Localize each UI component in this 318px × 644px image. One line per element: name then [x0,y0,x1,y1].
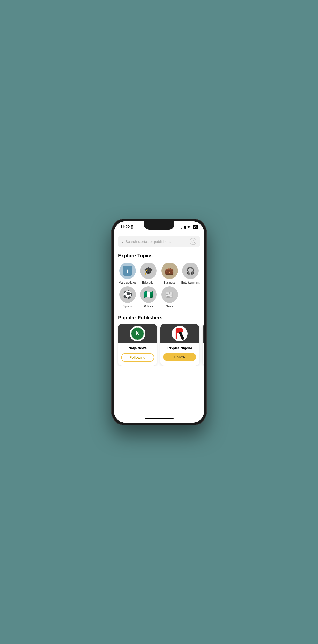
publisher-card-third: K Kem Fo [203,324,204,366]
svg-line-1 [194,242,195,243]
topic-label-business: Business [163,281,175,284]
topic-placeholder [181,286,200,308]
topic-icon-entertainment: 🎧 [182,262,199,279]
topic-item-vyse-updates[interactable]: i Vyse updates [118,262,137,284]
publishers-section: Popular Publishers N [114,314,204,370]
back-button[interactable]: ‹ [121,239,123,244]
publisher-card-header-naija: N [118,324,157,343]
battery-indicator: 79 [193,225,198,229]
wifi-icon [187,226,191,228]
bottom-spacer [114,370,204,415]
topic-icon-sports: ⚽ [119,286,136,303]
topic-item-entertainment[interactable]: 🎧 Entertainment [181,262,200,284]
topic-icon-vyse-updates: i [119,262,136,279]
explore-topics-title: Explore Topics [114,250,204,262]
publisher-card-ripples-nigeria: Ripples Nigeria Follow [160,324,199,366]
topic-item-news[interactable]: 📰 News [160,286,179,308]
status-icons: 79 [181,225,198,229]
topic-item-sports[interactable]: ⚽ Sports [118,286,137,308]
publisher-name-ripples: Ripples Nigeria [167,346,192,350]
topics-row-2: ⚽ Sports 🇳🇬 Politics 📰 [114,286,204,308]
publisher-card-header-ripples [160,324,199,343]
topic-item-education[interactable]: 🎓 Education [139,262,158,284]
publishers-scroll: N Naija News Following [114,324,204,366]
phone-screen: 11:22 {} 79 [114,222,204,422]
topic-icon-news: 📰 [161,286,178,303]
publisher-logo-ripples [172,326,188,342]
explore-topics-section: Explore Topics i Vyse updates [114,250,204,308]
topic-label-politics: Politics [144,305,153,308]
search-icon[interactable] [190,238,197,245]
topic-label-vyse-updates: Vyse updates [119,281,136,284]
publisher-card-body-ripples: Ripples Nigeria Follow [160,343,199,365]
follow-button-ripples[interactable]: Follow [163,353,196,361]
search-bar-container: ‹ Search stories or publishers [114,233,204,250]
topic-label-sports: Sports [123,305,132,308]
publishers-title: Popular Publishers [114,314,204,324]
following-button-naija[interactable]: Following [121,353,154,362]
publisher-card-naija-news: N Naija News Following [118,324,157,366]
publisher-logo-naija-news: N [130,326,145,342]
main-content: ‹ Search stories or publishers Explore T… [114,231,204,415]
phone-frame: 11:22 {} 79 [111,218,207,426]
publisher-card-body-third: Kem Fo [203,343,204,362]
search-input[interactable]: Search stories or publishers [125,240,187,244]
topic-label-news: News [166,305,173,308]
home-bar [145,418,174,420]
publisher-card-header-third: K [203,324,204,343]
notch [144,222,174,230]
topic-icon-education: 🎓 [140,262,157,279]
publisher-card-body-naija: Naija News Following [118,343,157,366]
svg-text:i: i [127,268,128,274]
topic-label-entertainment: Entertainment [181,281,200,284]
publisher-name-naija: Naija News [129,346,146,350]
topic-icon-politics: 🇳🇬 [140,286,157,303]
status-time: 11:22 {} [120,225,133,229]
topic-item-politics[interactable]: 🇳🇬 Politics [139,286,158,308]
topic-item-business[interactable]: 💼 Business [160,262,179,284]
signal-icon [181,226,186,228]
svg-text:N: N [135,330,139,336]
topic-icon-business: 💼 [161,262,178,279]
search-bar[interactable]: ‹ Search stories or publishers [118,236,200,247]
topic-label-education: Education [142,281,155,284]
topics-row-1: i Vyse updates 🎓 Education [114,262,204,284]
home-indicator [114,415,204,422]
